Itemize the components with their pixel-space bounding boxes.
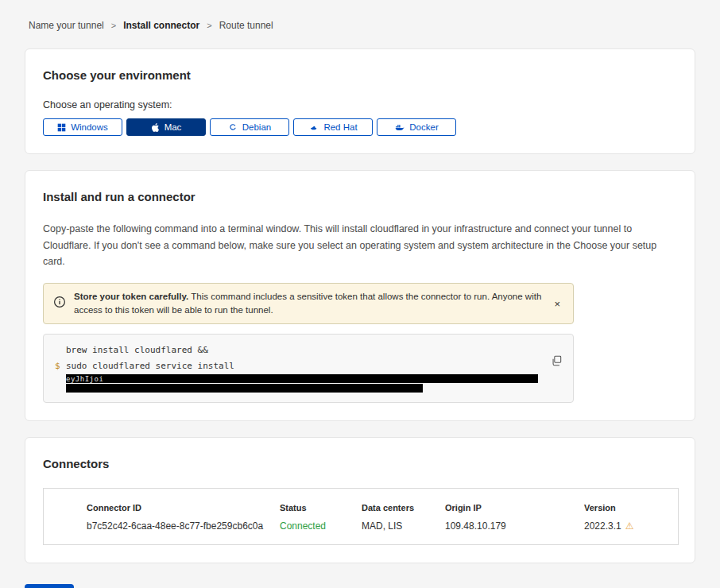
os-button-redhat[interactable]: Red Hat — [293, 118, 373, 136]
install-card-title: Install and run a connector — [43, 190, 677, 203]
debian-logo-icon — [228, 122, 238, 132]
breadcrumb-name-your-tunnel[interactable]: Name your tunnel — [29, 20, 104, 31]
command-line: brew install cloudflared && — [55, 342, 562, 358]
os-button-group: Windows Mac Debian Red Hat Docker — [43, 118, 677, 136]
token-line — [55, 383, 562, 393]
install-connector-card: Install and run a connector Copy-paste t… — [25, 170, 695, 421]
connector-table-row: b7c52c42-6caa-48ee-8c77-fbe259cb6c0a Con… — [44, 516, 678, 536]
redhat-logo-icon — [308, 122, 319, 132]
token-prefix: eyJhIjoi — [66, 374, 103, 384]
os-button-windows[interactable]: Windows — [43, 118, 122, 136]
version-warning-icon[interactable]: ⚠ — [625, 520, 634, 532]
os-button-label: Debian — [242, 122, 271, 132]
token-warning-text: Store your token carefully.This command … — [74, 290, 543, 318]
terminal-prompt: $ — [55, 358, 66, 374]
os-button-label: Windows — [71, 122, 108, 132]
col-status: Status — [280, 503, 362, 513]
windows-logo-icon — [57, 123, 66, 132]
install-command-terminal: brew install cloudflared && $ sudo cloud… — [43, 334, 574, 403]
terminal-gutter — [55, 374, 66, 383]
next-button[interactable]: Next — [25, 584, 74, 588]
os-button-label: Docker — [409, 122, 438, 132]
token-warning-bold: Store your token carefully. — [74, 292, 188, 301]
command-line: $ sudo cloudflared service install — [55, 358, 562, 374]
connector-version-cell: 2022.3.1 ⚠ — [584, 520, 678, 532]
col-origin-ip: Origin IP — [445, 503, 584, 513]
warning-close-button[interactable]: × — [551, 297, 563, 311]
info-circle-icon — [53, 296, 66, 311]
col-version: Version — [584, 503, 678, 513]
connectors-card-title: Connectors — [43, 457, 677, 470]
os-select-label: Choose an operating system: — [43, 99, 677, 110]
redacted-token-bar: eyJhIjoi — [66, 374, 538, 383]
connector-version-value: 2022.3.1 — [584, 520, 621, 532]
terminal-gutter — [55, 383, 66, 393]
redacted-token-bar — [66, 384, 423, 393]
os-button-label: Mac — [165, 122, 182, 132]
breadcrumb-separator: > — [111, 21, 116, 30]
connectors-table: Connector ID Status Data centers Origin … — [43, 488, 679, 545]
token-line: eyJhIjoi — [55, 374, 562, 383]
col-connector-id: Connector ID — [87, 503, 280, 513]
os-button-label: Red Hat — [323, 122, 357, 132]
connectors-card: Connectors Connector ID Status Data cent… — [25, 437, 695, 563]
connectors-table-header: Connector ID Status Data centers Origin … — [44, 499, 678, 516]
os-button-docker[interactable]: Docker — [377, 118, 456, 136]
breadcrumb-route-tunnel[interactable]: Route tunnel — [219, 20, 273, 31]
terminal-gutter — [55, 342, 66, 358]
apple-logo-icon — [151, 122, 160, 133]
copy-command-button[interactable] — [549, 354, 563, 370]
copy-icon — [551, 357, 562, 369]
breadcrumb-separator: > — [207, 21, 211, 30]
connector-status-value: Connected — [280, 520, 362, 532]
connector-origin-ip-value: 109.48.10.179 — [445, 520, 584, 532]
install-description: Copy-paste the following command into a … — [43, 221, 677, 270]
docker-logo-icon — [394, 122, 405, 132]
breadcrumb-install-connector[interactable]: Install connector — [123, 20, 199, 31]
command-line-2: sudo cloudflared service install — [66, 358, 234, 374]
command-line-1: brew install cloudflared && — [66, 342, 208, 358]
token-warning-banner: Store your token carefully.This command … — [43, 283, 574, 325]
connector-data-centers-value: MAD, LIS — [362, 520, 445, 532]
os-button-debian[interactable]: Debian — [210, 118, 289, 136]
choose-environment-card: Choose your environment Choose an operat… — [25, 48, 695, 154]
environment-card-title: Choose your environment — [43, 68, 677, 82]
breadcrumb: Name your tunnel > Install connector > R… — [0, 0, 720, 31]
connector-id-value: b7c52c42-6caa-48ee-8c77-fbe259cb6c0a — [87, 520, 280, 532]
col-data-centers: Data centers — [362, 503, 445, 513]
os-button-mac[interactable]: Mac — [126, 118, 206, 136]
